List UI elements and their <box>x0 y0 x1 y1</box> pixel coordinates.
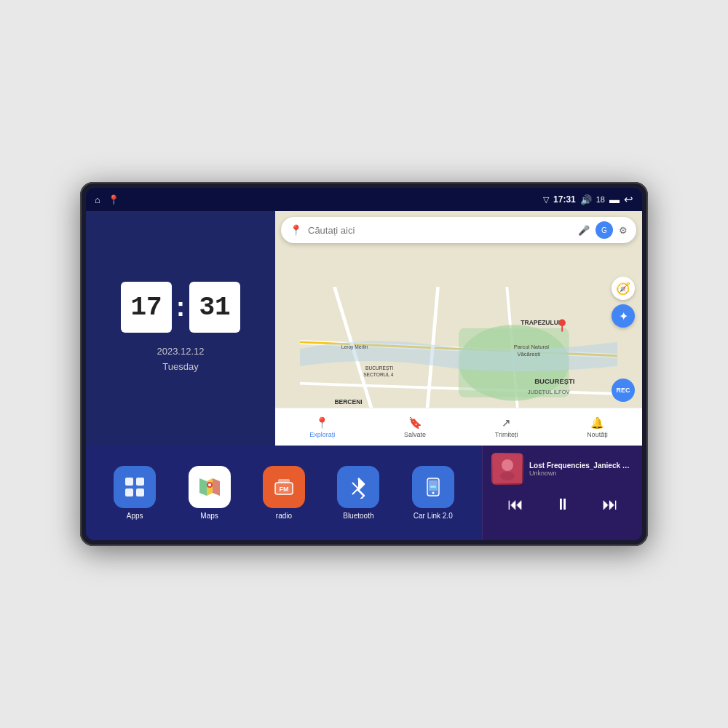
device-screen: ⌂ 📍 ▽ 17:31 🔊 18 ▬ ↩ 17 : <box>86 188 642 540</box>
news-label: Noutăți <box>587 431 608 438</box>
map-nav-send[interactable]: ↗ Trimiteți <box>495 416 518 438</box>
music-play-pause-btn[interactable]: ⏸ <box>555 495 571 514</box>
map-pin-icon: 📍 <box>290 224 302 236</box>
map-nav-explore[interactable]: 📍 Explorați <box>309 416 335 438</box>
svg-point-45 <box>502 459 513 471</box>
app-item-carlink[interactable]: Car Link 2.0 <box>412 466 454 520</box>
app-item-maps[interactable]: Maps <box>189 466 231 520</box>
svg-text:Parcul Natural: Parcul Natural <box>514 344 549 350</box>
time-display: 17:31 <box>553 194 576 205</box>
top-section: 17 : 31 2023.12.12 Tuesday 📍 🎤 <box>86 211 642 446</box>
svg-text:BERCENI: BERCENI <box>334 398 362 405</box>
status-bar: ⌂ 📍 ▽ 17:31 🔊 18 ▬ ↩ <box>86 188 642 211</box>
svg-rect-24 <box>125 488 133 496</box>
svg-text:FM: FM <box>279 486 288 493</box>
bottom-section: Apps Ma <box>86 446 642 540</box>
music-artist: Unknown <box>529 470 633 477</box>
map-panel: 📍 🎤 G ⚙ <box>275 211 642 446</box>
svg-point-46 <box>500 472 515 480</box>
svg-text:Văcărești: Văcărești <box>518 351 541 357</box>
svg-marker-27 <box>199 478 207 496</box>
svg-marker-29 <box>213 478 220 496</box>
saved-icon: 🔖 <box>408 416 422 430</box>
music-text-info: Lost Frequencies_Janieck Devy-... Unknow… <box>529 462 633 477</box>
svg-text:SECTORUL 4: SECTORUL 4 <box>363 372 394 377</box>
map-nav-saved[interactable]: 🔖 Salvate <box>404 416 426 438</box>
main-content: 17 : 31 2023.12.12 Tuesday 📍 🎤 <box>86 211 642 540</box>
apps-row: Apps Ma <box>86 446 482 540</box>
map-rec-btn[interactable]: REC <box>612 379 635 402</box>
music-title: Lost Frequencies_Janieck Devy-... <box>529 462 633 470</box>
clock-display: 17 : 31 <box>121 282 240 333</box>
map-compass-btn[interactable]: 🧭 <box>612 277 635 300</box>
volume-icon: 🔊 <box>580 194 592 205</box>
svg-rect-22 <box>125 478 133 486</box>
clock-panel: 17 : 31 2023.12.12 Tuesday <box>86 211 275 446</box>
svg-point-20 <box>558 320 565 326</box>
explore-icon: 📍 <box>315 416 329 430</box>
bluetooth-icon <box>337 466 379 508</box>
send-icon: ↗ <box>502 416 511 430</box>
home-icon[interactable]: ⌂ <box>95 194 100 205</box>
svg-line-36 <box>352 483 358 488</box>
explore-label: Explorați <box>309 431 335 438</box>
svg-point-42 <box>432 492 434 494</box>
battery-level: 18 <box>596 195 605 204</box>
clock-minutes: 31 <box>189 282 240 333</box>
battery-icon: ▬ <box>609 194 620 205</box>
svg-line-37 <box>352 488 358 494</box>
back-icon[interactable]: ↩ <box>624 193 633 206</box>
svg-rect-25 <box>136 488 144 496</box>
clock-hours: 17 <box>121 282 172 333</box>
map-search-bar[interactable]: 📍 🎤 G ⚙ <box>281 217 636 243</box>
svg-text:JUDEȚUL ILFOV: JUDEȚUL ILFOV <box>528 389 571 395</box>
radio-icon: FM <box>263 466 305 508</box>
music-thumbnail <box>491 453 523 485</box>
svg-rect-23 <box>136 478 144 486</box>
maps-nav-icon[interactable]: 📍 <box>108 194 119 205</box>
status-bar-left: ⌂ 📍 <box>95 194 119 205</box>
map-user-avatar[interactable]: G <box>596 221 613 239</box>
signal-icon: ▽ <box>543 195 549 205</box>
saved-label: Salvate <box>404 431 426 438</box>
send-label: Trimiteți <box>495 431 518 438</box>
apps-label: Apps <box>127 512 143 520</box>
maps-icon <box>189 466 231 508</box>
radio-label: radio <box>276 512 292 520</box>
status-bar-right: ▽ 17:31 🔊 18 ▬ ↩ <box>543 193 633 206</box>
svg-point-31 <box>208 483 211 486</box>
svg-text:TRAPEZULUI: TRAPEZULUI <box>521 319 560 326</box>
car-display-device: ⌂ 📍 ▽ 17:31 🔊 18 ▬ ↩ 17 : <box>80 182 648 546</box>
clock-colon: : <box>176 292 185 323</box>
map-nav-news[interactable]: 🔔 Noutăți <box>587 416 608 438</box>
svg-rect-35 <box>278 479 290 483</box>
app-item-apps[interactable]: Apps <box>114 466 156 520</box>
music-info-row: Lost Frequencies_Janieck Devy-... Unknow… <box>491 453 633 485</box>
svg-rect-43 <box>430 486 436 488</box>
music-next-btn[interactable]: ⏭ <box>602 495 618 514</box>
app-item-bluetooth[interactable]: Bluetooth <box>337 466 379 520</box>
map-bottom-bar: 📍 Explorați 🔖 Salvate ↗ Trimiteți 🔔 <box>275 408 642 446</box>
music-prev-btn[interactable]: ⏮ <box>507 495 523 514</box>
maps-label: Maps <box>200 512 218 520</box>
bluetooth-label: Bluetooth <box>343 512 373 520</box>
music-panel: Lost Frequencies_Janieck Devy-... Unknow… <box>482 446 642 540</box>
svg-text:Leroy Merlin: Leroy Merlin <box>341 344 368 350</box>
apps-icon <box>114 466 156 508</box>
map-mic-icon[interactable]: 🎤 <box>578 225 590 236</box>
news-icon: 🔔 <box>590 416 604 430</box>
app-item-radio[interactable]: FM radio <box>263 466 305 520</box>
map-settings-icon[interactable]: ⚙ <box>619 225 628 236</box>
clock-date: 2023.12.12 Tuesday <box>157 344 204 375</box>
svg-text:BUCUREȘTI: BUCUREȘTI <box>534 377 574 385</box>
map-location-btn[interactable]: ✦ <box>612 304 635 328</box>
carlink-label: Car Link 2.0 <box>414 512 453 520</box>
map-search-input[interactable] <box>308 225 572 236</box>
music-controls: ⏮ ⏸ ⏭ <box>491 495 633 514</box>
svg-text:BUCUREȘTI: BUCUREȘTI <box>365 365 393 371</box>
carlink-icon <box>412 466 454 508</box>
